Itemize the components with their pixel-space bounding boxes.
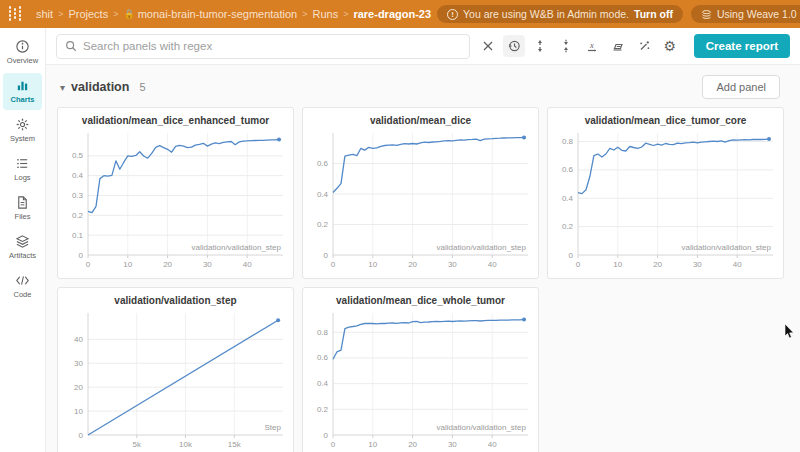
- svg-text:0: 0: [86, 260, 91, 269]
- svg-text:30: 30: [448, 440, 457, 449]
- chevron-down-icon[interactable]: ▾: [60, 82, 65, 93]
- sidebar-item-label: Code: [14, 290, 32, 299]
- x-axis-label: validation/validation_step: [682, 243, 772, 252]
- svg-text:0.2: 0.2: [72, 211, 84, 220]
- validation-section-header: ▾ validation 5 Add panel: [46, 71, 800, 105]
- svg-text:30: 30: [74, 359, 83, 368]
- admin-turn-off-button[interactable]: Turn off: [634, 8, 673, 20]
- x-axis-settings-icon[interactable]: x: [581, 35, 603, 57]
- svg-text:20: 20: [408, 440, 417, 449]
- chart-plot[interactable]: 00.20.40.60.8010203040validation/validat…: [548, 127, 783, 275]
- file-icon: [15, 195, 30, 210]
- panel-search[interactable]: [56, 34, 470, 59]
- settings-gear-icon[interactable]: ⚙: [659, 35, 681, 57]
- svg-text:20: 20: [163, 260, 172, 269]
- svg-text:x: x: [589, 40, 594, 50]
- section-title: validation: [71, 80, 129, 94]
- sidebar-item-label: Logs: [14, 173, 30, 182]
- panel-grid: validation/mean_dice_enhanced_tumor00.10…: [57, 107, 800, 452]
- svg-text:0.2: 0.2: [317, 220, 329, 229]
- svg-text:0: 0: [324, 251, 329, 260]
- breadcrumb-project[interactable]: monai-brain-tumor-segmentation: [138, 8, 298, 20]
- panel-layout-icon[interactable]: [607, 35, 629, 57]
- chart-panel-validation-validation-step[interactable]: validation/validation_step0102030405k10k…: [57, 287, 294, 452]
- admin-banner-text: You are using W&B in Admin mode.: [463, 8, 629, 20]
- sidebar-item-charts[interactable]: Charts: [3, 73, 42, 110]
- svg-text:10: 10: [123, 260, 132, 269]
- svg-text:40: 40: [74, 335, 83, 344]
- navbar-right: ! You are using W&B in Admin mode. Turn …: [437, 5, 800, 23]
- chart-title: validation/mean_dice: [303, 115, 538, 126]
- sidebar-item-logs[interactable]: Logs: [0, 151, 45, 188]
- chart-plot[interactable]: 00.20.40.6010203040validation/validation…: [303, 127, 538, 275]
- svg-text:15k: 15k: [228, 440, 242, 449]
- sidebar-item-files[interactable]: Files: [0, 190, 45, 227]
- panel-search-input[interactable]: [83, 40, 461, 52]
- svg-text:0.6: 0.6: [317, 353, 329, 362]
- svg-text:10: 10: [613, 260, 622, 269]
- layers-icon: [15, 234, 30, 249]
- svg-text:10: 10: [74, 407, 83, 416]
- chart-panel-validation-mean-dice-enhanced-tumor[interactable]: validation/mean_dice_enhanced_tumor00.10…: [57, 107, 294, 279]
- svg-text:0.2: 0.2: [562, 222, 574, 231]
- svg-text:0.8: 0.8: [562, 137, 574, 146]
- svg-text:0: 0: [79, 251, 84, 260]
- list-icon: [15, 156, 30, 171]
- svg-text:0.4: 0.4: [72, 171, 84, 180]
- svg-text:30: 30: [448, 260, 457, 269]
- svg-text:40: 40: [488, 260, 497, 269]
- clear-search-icon[interactable]: [477, 35, 499, 57]
- sidebar-item-overview[interactable]: Overview: [0, 34, 45, 71]
- chart-plot[interactable]: 00.20.40.60.8010203040validation/validat…: [303, 307, 538, 452]
- breadcrumb-run-name[interactable]: rare-dragon-23: [353, 8, 431, 20]
- svg-text:40: 40: [243, 260, 252, 269]
- svg-text:0.5: 0.5: [72, 151, 84, 160]
- svg-text:20: 20: [74, 383, 83, 392]
- svg-text:0.1: 0.1: [72, 231, 84, 240]
- admin-mode-banner: ! You are using W&B in Admin mode. Turn …: [437, 5, 683, 23]
- wandb-logo-icon[interactable]: [8, 6, 26, 22]
- chart-panel-validation-mean-dice-whole-tumor[interactable]: validation/mean_dice_whole_tumor00.20.40…: [302, 287, 539, 452]
- sidebar-item-artifacts[interactable]: Artifacts: [0, 229, 45, 266]
- info-icon: [15, 39, 30, 54]
- x-axis-label: validation/validation_step: [437, 243, 527, 252]
- svg-text:0: 0: [576, 260, 581, 269]
- history-icon[interactable]: [503, 35, 525, 57]
- breadcrumb-separator: >: [113, 9, 118, 19]
- svg-text:30: 30: [693, 260, 702, 269]
- breadcrumb-user[interactable]: shit: [36, 8, 53, 20]
- x-axis-label: Step: [265, 423, 282, 432]
- chart-plot[interactable]: 00.10.20.30.40.5010203040validation/vali…: [58, 127, 293, 275]
- sidebar-item-code[interactable]: Code: [0, 268, 45, 305]
- svg-text:0.4: 0.4: [317, 379, 329, 388]
- svg-text:0: 0: [79, 431, 84, 440]
- svg-text:5k: 5k: [133, 440, 142, 449]
- alert-circle-icon: !: [447, 9, 458, 20]
- sidebar-item-label: Artifacts: [9, 251, 36, 260]
- panels-toolbar: x ⚙ Create report: [46, 28, 800, 65]
- expand-panels-icon[interactable]: [529, 35, 551, 57]
- section-panel-count: 5: [139, 81, 145, 93]
- breadcrumb-separator: >: [343, 9, 348, 19]
- add-panel-button[interactable]: Add panel: [702, 75, 780, 99]
- svg-text:40: 40: [488, 440, 497, 449]
- top-navbar: shit > Projects > 🔒 monai-brain-tumor-se…: [0, 0, 800, 28]
- x-axis-label: validation/validation_step: [192, 243, 282, 252]
- breadcrumb-projects[interactable]: Projects: [68, 8, 108, 20]
- svg-text:40: 40: [733, 260, 742, 269]
- chart-plot[interactable]: 0102030405k10k15kStep: [58, 307, 293, 452]
- collapse-panels-icon[interactable]: [555, 35, 577, 57]
- breadcrumb: shit > Projects > 🔒 monai-brain-tumor-se…: [36, 8, 431, 20]
- chart-title: validation/mean_dice_whole_tumor: [303, 295, 538, 306]
- breadcrumb-runs[interactable]: Runs: [312, 8, 338, 20]
- chart-panel-validation-mean-dice[interactable]: validation/mean_dice00.20.40.6010203040v…: [302, 107, 539, 279]
- breadcrumb-separator: >: [58, 9, 63, 19]
- lock-icon: 🔒: [123, 9, 134, 19]
- sidebar-item-system[interactable]: System: [0, 112, 45, 149]
- svg-text:0: 0: [331, 260, 336, 269]
- sidebar-item-label: Charts: [11, 95, 35, 104]
- magic-sparkle-icon[interactable]: [633, 35, 655, 57]
- chart-panel-validation-mean-dice-tumor-core[interactable]: validation/mean_dice_tumor_core00.20.40.…: [547, 107, 784, 279]
- svg-text:30: 30: [203, 260, 212, 269]
- create-report-button[interactable]: Create report: [694, 34, 790, 58]
